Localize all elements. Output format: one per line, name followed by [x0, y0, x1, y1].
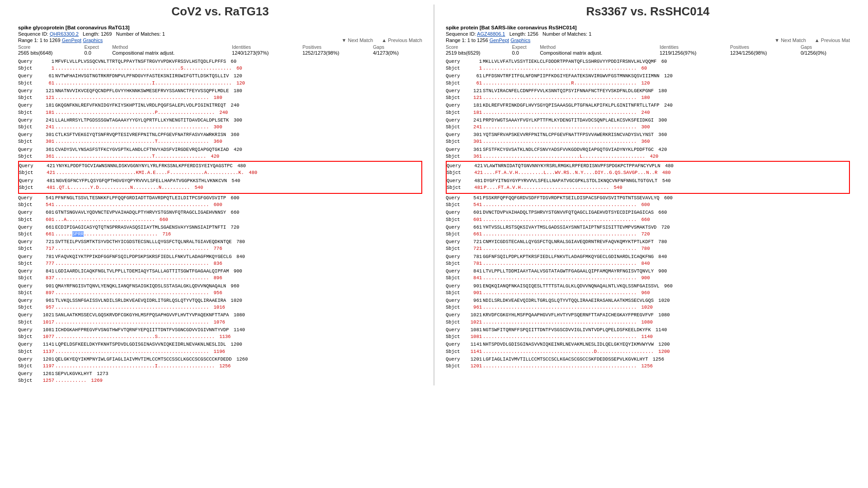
right-seqid-link[interactable]: AGZ48806.1 — [477, 31, 505, 37]
query-row: Query361 CVADYSVLYNSASFSTFKCYGVSPTKLANDL… — [18, 146, 422, 153]
right-prev-match[interactable]: ▲ Previous Mat — [815, 38, 850, 43]
query-label: Query — [18, 224, 40, 231]
query-end: 1140 — [653, 327, 667, 333]
sbjct-start: 781 — [467, 260, 482, 267]
right-genpept-link[interactable]: GenPept — [490, 38, 509, 43]
sbjct-row: Sbjct181 ...............................… — [446, 109, 850, 116]
query-row: Query1021 KRVDFCGKGYHLMSFPQAAPHGVVFLHVTY… — [446, 312, 850, 319]
query-start: 1021 — [40, 312, 54, 319]
query-seq: KRVDFCGKGYHLMSFPQAAPHGVVFLHVTYVPSQERNFTT… — [483, 312, 654, 319]
right-nav-links: ▼ Next Match ▲ Previous Mat — [774, 38, 850, 43]
sbjct-row: Sbjct1137 ..............................… — [18, 348, 422, 355]
query-label: Query — [18, 239, 40, 245]
query-seq: NVTWFHAIHVSGTNGTRKRFDNPVLPFNDGVYFASTEKSN… — [55, 73, 229, 80]
query-start: 361 — [40, 146, 54, 153]
left-score-hdr-ident: Identities — [232, 44, 302, 50]
query-end: 1080 — [231, 312, 245, 319]
query-start: 901 — [467, 283, 482, 290]
alignment-block: Query1 MKLLVLVFATLVSSYTIEKLCLFDDDRTPPANT… — [446, 58, 850, 72]
left-seqid-link[interactable]: QHR63300.2 — [50, 31, 79, 37]
query-start: 541 — [40, 195, 54, 202]
sbjct-seq: ........................................… — [483, 333, 637, 340]
query-start: 121 — [467, 88, 482, 94]
sbjct-seq: ........................................… — [483, 319, 637, 326]
alignment-block: Query901 QMAYRFNGISVTQNVLYENQKLIANQFNSAI… — [18, 283, 422, 296]
sbjct-label: Sbjct — [18, 245, 40, 252]
right-score-val-score: 2519 bits(6529) — [446, 50, 512, 56]
query-row: Query961 TLVKQLSSNFGAISSVLNDILSRLDKVEAEV… — [18, 297, 422, 304]
sbjct-seq: .QT.L.......Y.D...........N.........N...… — [56, 184, 190, 191]
sbjct-row: Sbjct601 ...............................… — [446, 216, 850, 223]
query-end: 600 — [661, 195, 673, 202]
sbjct-start: 421 — [41, 169, 55, 176]
left-prev-match[interactable]: ▲ Previous Match — [382, 38, 422, 43]
query-row: Query721 SVTTEILPVSSMTKTSYVDCTHYICGDSTEC… — [18, 239, 422, 245]
left-score-val-ident: 1240/1273(97%) — [232, 50, 302, 56]
sbjct-start: 361 — [467, 153, 482, 160]
query-row: Query541 PFNFNGLTSSVLTESNKKFLPFQQFGRDIAD… — [18, 195, 422, 202]
query-label: Query — [19, 178, 41, 184]
query-start: 121 — [40, 88, 54, 94]
right-title: Rs3367 vs. RsSHC014 — [446, 5, 850, 19]
right-next-match[interactable]: ▼ Next Match — [774, 38, 806, 43]
sbjct-start: 1021 — [467, 319, 482, 326]
sbjct-row: Sbjct421 ....FT.A.V.H.........L...WV.RS.… — [447, 169, 849, 176]
query-label: Query — [18, 327, 40, 333]
sbjct-label: Sbjct — [446, 275, 467, 282]
right-seqid-label: Sequence ID: — [446, 31, 476, 37]
left-length-label: Length: — [83, 31, 99, 37]
query-seq: VFAQVKQIYKTPPIKDFGGFNFSQILPDPSKPSKRSFIED… — [55, 253, 232, 260]
right-score-hdr-gaps: Gaps — [801, 44, 850, 50]
right-graphics-link[interactable]: Graphics — [510, 38, 530, 43]
query-start: 1201 — [40, 356, 54, 363]
sbjct-start: 1201 — [467, 363, 482, 370]
query-start: 421 — [468, 163, 483, 169]
query-start: 601 — [467, 209, 482, 216]
query-seq: CNMYICGDSTECANLLQYGSFCTQLNRALSGIAVEQDRNT… — [483, 239, 654, 245]
page-container: CoV2 vs. RaTG13 spike glycoprotein [Bat … — [0, 0, 868, 390]
alignment-block: Query1141 NHTSPDVDLGDISGINASVVNIQKEINRLN… — [446, 341, 850, 355]
query-row: Query901 ENQKQIANQFNKAISQIQESLTTTTSTALGL… — [446, 283, 850, 290]
sbjct-end: 120 — [234, 80, 245, 87]
query-start: 1 — [467, 58, 482, 65]
sbjct-row: Sbjct1 .................................… — [446, 65, 850, 72]
sbjct-end: 720 — [638, 231, 650, 238]
query-start: 661 — [40, 224, 54, 231]
query-end: 900 — [656, 268, 667, 275]
alignment-block: Query1021 SANLAATKMSSECVLGQSKRVDFCGKGYHL… — [18, 312, 422, 325]
sbjct-end: 1140 — [638, 333, 653, 340]
sbjct-label: Sbjct — [18, 304, 40, 311]
sbjct-seq: ........................................… — [55, 319, 209, 326]
query-label: Query — [446, 58, 467, 65]
right-subject: spike protein [Bat SARS-like coronavirus… — [446, 25, 850, 30]
left-genpept-link[interactable]: GenPept — [62, 38, 81, 43]
query-end: 240 — [661, 102, 673, 109]
sbjct-row: Sbjct301 ...............................… — [446, 138, 850, 145]
query-seq: MFVFLVLLPLVSSQCVNLTTRTQLPPAYTNSFTRGVYVPD… — [55, 58, 226, 65]
sbjct-label: Sbjct — [18, 153, 40, 160]
sbjct-end: 600 — [638, 202, 650, 208]
sbjct-seq: ........................................… — [483, 138, 637, 145]
left-next-match[interactable]: ▼ Next Match — [342, 38, 373, 43]
sbjct-start: 241 — [467, 124, 482, 131]
sbjct-start: 61 — [467, 80, 482, 87]
alignment-block: Query781 GGFNFSQILPDPLKPTKRSFIEDLLFNKVTL… — [446, 253, 850, 267]
sbjct-seq: ...................................S....… — [55, 333, 215, 340]
query-start: 721 — [40, 239, 54, 245]
sbjct-end: 780 — [638, 245, 650, 252]
alignment-block: Query721 SVTTEILPVSSMTKTSYVDCTHYICGDSTEC… — [18, 239, 422, 252]
sbjct-seq: P....FT.A.V.H...........................… — [484, 184, 609, 191]
sbjct-label: Sbjct — [18, 363, 40, 370]
query-start: 241 — [467, 117, 482, 124]
alignment-block: Query421 VLAWTNRNIDATQTGNVNNYKYRSRLRMGKL… — [447, 163, 849, 176]
sbjct-seq: ...................................P....… — [55, 109, 215, 116]
query-end: 420 — [231, 146, 242, 153]
sbjct-label: Sbjct — [19, 169, 41, 176]
query-start: 781 — [467, 253, 482, 260]
query-row: Query601 GTNTSNGVAVLYQDVNCTEVPVAIHADQLPT… — [18, 209, 422, 216]
left-graphics-link[interactable]: Graphics — [83, 38, 103, 43]
left-range-header: Range 1: 1 to 1269 GenPept Graphics ▼ Ne… — [18, 38, 422, 43]
query-label: Query — [446, 73, 467, 80]
sbjct-row: Sbjct961 ...............................… — [446, 304, 850, 311]
query-seq: NDILSRLDKVEAEVQIDRLTGRLQSLQTYVTQQLIRAAEI… — [483, 297, 654, 304]
